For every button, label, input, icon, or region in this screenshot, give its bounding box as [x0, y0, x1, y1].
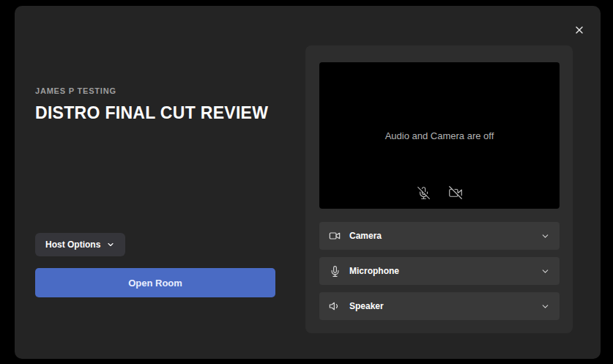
speaker-label: Speaker: [349, 301, 540, 311]
camera-select-row[interactable]: Camera: [319, 222, 560, 250]
session-owner-label: JAMES P TESTING: [35, 86, 116, 95]
close-icon: [573, 24, 585, 36]
chevron-down-icon: [540, 266, 550, 276]
video-preview: Audio and Camera are off: [319, 62, 560, 209]
preview-device-indicators: [319, 186, 560, 199]
close-button[interactable]: [573, 23, 586, 37]
camera-icon: [329, 230, 341, 242]
open-room-button[interactable]: Open Room: [35, 268, 275, 297]
microphone-icon: [329, 265, 341, 277]
microphone-label: Microphone: [349, 266, 540, 276]
open-room-modal: JAMES P TESTING DISTRO FINAL CUT REVIEW …: [15, 6, 601, 359]
host-options-label: Host Options: [45, 239, 100, 250]
microphone-select-row[interactable]: Microphone: [319, 257, 560, 285]
chevron-down-icon: [106, 240, 115, 249]
page-title: DISTRO FINAL CUT REVIEW: [35, 103, 268, 123]
chevron-down-icon: [540, 231, 550, 241]
session-info-column: JAMES P TESTING DISTRO FINAL CUT REVIEW …: [35, 6, 291, 359]
preview-status-text: Audio and Camera are off: [319, 130, 560, 141]
speaker-select-row[interactable]: Speaker: [319, 292, 560, 320]
chevron-down-icon: [540, 301, 550, 311]
host-options-button[interactable]: Host Options: [35, 233, 125, 256]
camera-label: Camera: [349, 231, 540, 241]
microphone-off-icon[interactable]: [417, 186, 430, 199]
camera-off-icon[interactable]: [449, 186, 462, 199]
speaker-icon: [329, 300, 341, 312]
device-settings-panel: Audio and Camera are off: [305, 45, 573, 333]
